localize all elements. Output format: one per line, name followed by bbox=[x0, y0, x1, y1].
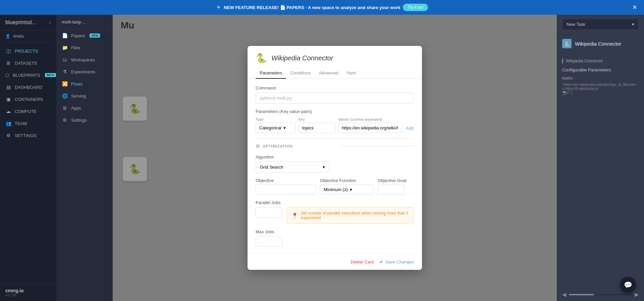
sidebar-item-projects[interactable]: ◫ PROJECTS bbox=[0, 45, 56, 57]
right-panel-body: Wikipedia Connector Configurable Paramet… bbox=[557, 53, 644, 288]
papers-icon: 📄 bbox=[62, 33, 68, 38]
settings-icon: ⚙ bbox=[5, 133, 11, 138]
max-jobs-label: Max Jobs bbox=[256, 229, 414, 234]
serving-label: Serving bbox=[71, 94, 86, 99]
workspaces-label: Workspaces bbox=[71, 57, 95, 62]
datasets-label: DATASETS bbox=[15, 61, 37, 66]
obj-goal-input[interactable] bbox=[378, 184, 405, 195]
experiments-icon: ⚗ bbox=[62, 69, 68, 74]
scroll-bar bbox=[569, 294, 632, 295]
papers-badge: NEW bbox=[90, 34, 100, 38]
optimization-header: ⊖ OPTIMIZATION bbox=[256, 138, 414, 149]
optimization-title: OPTIMIZATION bbox=[263, 144, 337, 148]
tab-yaml[interactable]: Yaml bbox=[342, 68, 360, 79]
values-input[interactable] bbox=[338, 123, 402, 133]
sidebar-item-team[interactable]: 👥 TEAM bbox=[0, 117, 56, 129]
modal-overlay[interactable]: 🐍 Wikipedia Connector Parameters Conditi… bbox=[113, 15, 557, 301]
right-panel: New Task ▾ 🐍 Wikipedia Connector Wikiped… bbox=[557, 15, 644, 301]
command-label: Command bbox=[256, 85, 414, 91]
tab-conditions[interactable]: Conditions bbox=[286, 68, 315, 79]
banner-icon: ✦ bbox=[216, 4, 221, 11]
second-sidebar-settings[interactable]: ⚙ Settings bbox=[56, 114, 113, 126]
second-sidebar-papers[interactable]: 📄 Papers NEW bbox=[56, 29, 113, 42]
sidebar-nav: ◫ PROJECTS ⊞ DATASETS ⬡ BLUEPRINTS BETA … bbox=[0, 42, 56, 284]
type-label: Type bbox=[256, 117, 296, 121]
sidebar-item-datasets[interactable]: ⊞ DATASETS bbox=[0, 57, 56, 69]
obj-goal-label: Objective Goal bbox=[378, 178, 406, 183]
sidebar-item-compute[interactable]: ☁ COMPUTE bbox=[0, 105, 56, 117]
sidebar-settings-label: Settings bbox=[71, 118, 87, 123]
sidebar-item-settings[interactable]: ⚙ SETTINGS bbox=[0, 129, 56, 141]
dashboard-label: DASHBOARD bbox=[15, 85, 42, 90]
user-icon: 👤 bbox=[5, 34, 10, 39]
tab-parameters[interactable]: Parameters bbox=[256, 68, 286, 79]
parallel-row: 📍 Set number of parallel executions when… bbox=[256, 207, 414, 224]
sidebar-brand[interactable]: blueprintsd... ‹ bbox=[0, 15, 56, 31]
max-jobs-input[interactable] bbox=[256, 236, 282, 247]
command-group: Command bbox=[256, 85, 414, 104]
algorithm-chevron-icon: ▾ bbox=[323, 165, 325, 170]
add-button[interactable]: Add bbox=[405, 123, 415, 133]
objective-input[interactable] bbox=[256, 184, 316, 195]
sidebar-item-dashboard[interactable]: ▤ DASHBOARD bbox=[0, 81, 56, 93]
optimization-section: ⊖ OPTIMIZATION Algorithm Grid Search ▾ bbox=[256, 138, 414, 247]
optimization-toggle-icon[interactable]: ⊖ bbox=[256, 143, 260, 149]
delete-card-button[interactable]: Delete Card bbox=[351, 259, 374, 264]
second-sidebar-serving[interactable]: 🌐 Serving bbox=[56, 90, 113, 102]
chat-button[interactable]: 💬 bbox=[620, 277, 636, 293]
save-changes-button[interactable]: ✔ Save Changes bbox=[379, 259, 414, 264]
team-label: TEAM bbox=[15, 121, 27, 126]
config-value2: 📷c" } bbox=[562, 91, 639, 95]
compute-label: COMPUTE bbox=[15, 109, 37, 114]
second-sidebar: multi-lang-... 📄 Papers NEW 📁 Files 🗂 Wo… bbox=[56, 15, 113, 301]
second-sidebar-workspaces[interactable]: 🗂 Workspaces bbox=[56, 54, 113, 66]
save-check-icon: ✔ bbox=[379, 259, 383, 264]
new-task-chevron-icon: ▾ bbox=[632, 22, 634, 27]
command-input[interactable] bbox=[256, 93, 414, 104]
sidebar-item-containers[interactable]: ▣ CONTAINERS bbox=[0, 93, 56, 105]
sidebar-collapse-icon[interactable]: ‹ bbox=[49, 19, 51, 25]
team-icon: 👥 bbox=[5, 121, 11, 126]
modal-title: Wikipedia Connector bbox=[271, 54, 333, 62]
tab-advanced[interactable]: Advanced bbox=[315, 68, 342, 79]
modal-footer: Delete Card ✔ Save Changes bbox=[248, 253, 422, 270]
second-sidebar-apps[interactable]: ⊞ Apps bbox=[56, 102, 113, 114]
second-sidebar-flows[interactable]: 🔀 Flows bbox=[56, 78, 113, 90]
type-col: Type Categorical ▾ bbox=[256, 117, 296, 133]
try-it-button[interactable]: Try it out bbox=[403, 4, 428, 11]
key-input[interactable] bbox=[299, 123, 335, 133]
parallel-label: Parallel Jobs bbox=[256, 200, 414, 205]
banner-close-icon[interactable]: ✕ bbox=[632, 4, 637, 11]
brand-name: blueprintsd... bbox=[5, 19, 36, 25]
obj-goal-col: Objective Goal bbox=[378, 178, 406, 195]
scroll-bar-inner bbox=[569, 294, 594, 295]
obj-function-select[interactable]: Minimum (≥) ▾ bbox=[320, 184, 374, 195]
scroll-right-icon[interactable]: ▶ bbox=[635, 291, 639, 298]
projects-label: PROJECTS bbox=[15, 49, 38, 54]
scroll-left-icon[interactable]: ◀ bbox=[562, 291, 566, 298]
algorithm-select[interactable]: Grid Search ▾ bbox=[256, 162, 329, 173]
algorithm-value: Grid Search bbox=[260, 165, 283, 170]
parallel-hint: 📍 Set number of parallel executions when… bbox=[286, 207, 414, 224]
experiments-label: Experiments bbox=[71, 69, 95, 74]
sidebar-bottom: cnvrg.io v4.7.62 bbox=[0, 284, 56, 301]
config-key: topics : bbox=[562, 76, 639, 80]
parallel-input[interactable] bbox=[256, 207, 282, 218]
new-task-dropdown[interactable]: New Task ▾ bbox=[562, 19, 639, 30]
params-row: Type Categorical ▾ Key bbox=[256, 117, 414, 133]
hint-icon: 📍 bbox=[291, 213, 298, 219]
apps-icon: ⊞ bbox=[62, 105, 68, 111]
configurable-label: Configurable Parameters: bbox=[562, 67, 639, 72]
blueprints-icon: ⬡ bbox=[5, 72, 9, 78]
params-group: Parameters (Key value pairs) Type Catego… bbox=[256, 109, 414, 133]
type-select[interactable]: Categorical ▾ bbox=[256, 123, 296, 133]
second-sidebar-files[interactable]: 📁 Files bbox=[56, 42, 113, 54]
apps-label: Apps bbox=[71, 106, 81, 111]
flows-icon: 🔀 bbox=[62, 81, 68, 86]
sidebar-settings-icon: ⚙ bbox=[62, 117, 68, 123]
sidebar-item-blueprints[interactable]: ⬡ BLUEPRINTS BETA bbox=[0, 69, 56, 81]
compute-icon: ☁ bbox=[5, 109, 11, 114]
datasets-icon: ⊞ bbox=[5, 60, 11, 66]
dashboard-icon: ▤ bbox=[5, 84, 11, 90]
second-sidebar-experiments[interactable]: ⚗ Experiments bbox=[56, 66, 113, 78]
